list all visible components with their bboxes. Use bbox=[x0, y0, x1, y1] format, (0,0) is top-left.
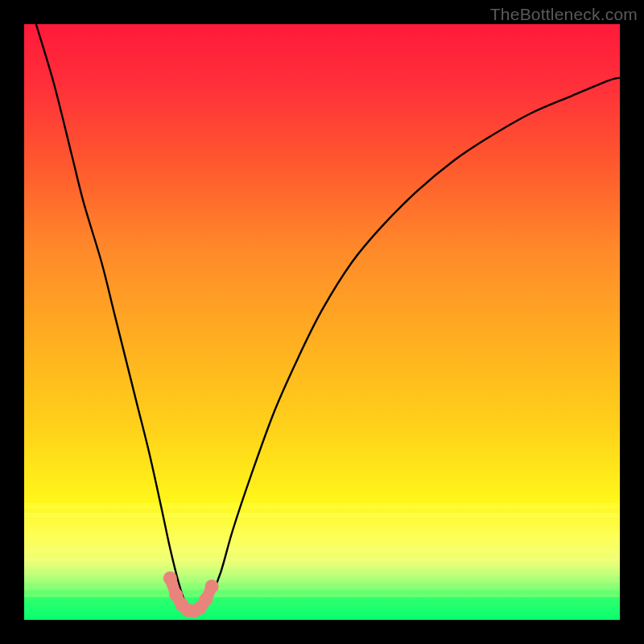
bottleneck-curve bbox=[24, 24, 620, 620]
valley-marker bbox=[205, 580, 219, 593]
chart-plot-area bbox=[24, 24, 620, 620]
valley-marker bbox=[199, 592, 213, 606]
chart-frame: TheBottleneck.com bbox=[0, 0, 644, 644]
valley-marker bbox=[163, 572, 177, 585]
watermark-text: TheBottleneck.com bbox=[490, 5, 638, 24]
